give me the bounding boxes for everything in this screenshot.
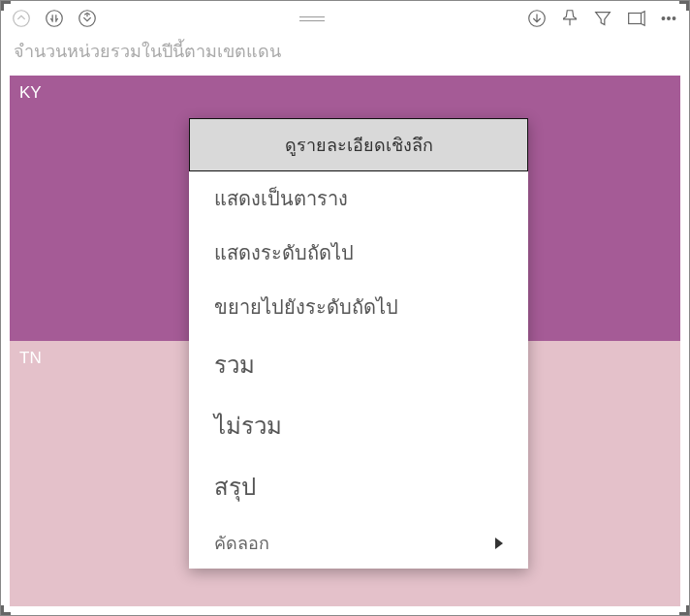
menu-item-label: ไม่รวม: [214, 407, 282, 445]
resize-handle-br[interactable]: [679, 605, 689, 615]
menu-item-label: คัดลอก: [214, 529, 269, 557]
menu-item-expand-next-level[interactable]: ขยายไปยังระดับถัดไป: [189, 280, 528, 334]
menu-item-summarize[interactable]: สรุป: [189, 456, 528, 517]
menu-item-show-next-level[interactable]: แสดงระดับถัดไป: [189, 226, 528, 280]
resize-handle-bl[interactable]: [1, 605, 11, 615]
resize-handle-tr[interactable]: [679, 1, 689, 11]
menu-item-label: แสดงระดับถัดไป: [214, 237, 354, 268]
menu-item-label: รวม: [214, 346, 255, 384]
menu-item-copy[interactable]: คัดลอก: [189, 517, 528, 569]
menu-item-label: ขยายไปยังระดับถัดไป: [214, 292, 398, 323]
menu-item-label: สรุป: [214, 468, 256, 506]
menu-item-include[interactable]: รวม: [189, 334, 528, 395]
tile-label: TN: [19, 349, 42, 367]
tile-label: KY: [19, 83, 42, 102]
menu-item-label: แสดงเป็นตาราง: [214, 183, 348, 214]
context-menu: ดูรายละเอียดเชิงลึก แสดงเป็นตาราง แสดงระ…: [189, 118, 528, 569]
chevron-right-icon: [495, 538, 503, 549]
resize-handle-tl[interactable]: [1, 1, 11, 11]
context-menu-header: ดูรายละเอียดเชิงลึก: [189, 118, 528, 171]
menu-item-show-as-table[interactable]: แสดงเป็นตาราง: [189, 171, 528, 226]
menu-item-exclude[interactable]: ไม่รวม: [189, 395, 528, 456]
